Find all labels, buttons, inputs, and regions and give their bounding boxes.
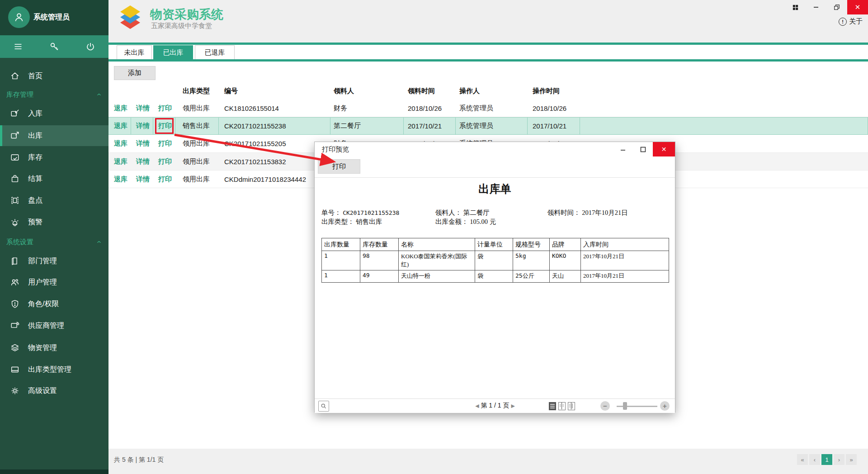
next-page-icon[interactable]: ▶ (511, 403, 514, 408)
sidebar-item-预警[interactable]: 预警 (0, 212, 108, 232)
user-name: 系统管理员 (33, 13, 70, 22)
page-button[interactable]: › (834, 454, 844, 465)
key-search-icon[interactable] (44, 38, 65, 56)
column-header-领料时间: 领料时间 (408, 87, 435, 95)
sidebar-item-部门管理[interactable]: 部门管理 (0, 251, 108, 271)
doc-cell: 袋 (475, 270, 513, 283)
return-link[interactable]: 退库 (108, 171, 131, 188)
print-link[interactable]: 打印 (153, 171, 175, 188)
sidebar-item-角色/权限[interactable]: 角色/权限 (0, 294, 108, 314)
print-preview-dialog: 打印预览 ✕ 打印 出库单 单号： CK20171021155238领料人： 第… (314, 142, 675, 412)
doc-table-row: 149天山特一粉袋25公斤天山2017年10月21日 (322, 270, 669, 283)
doc-cell: 1 (322, 270, 360, 283)
doc-meta-出库类型: 出库类型： 销售出库 (321, 218, 382, 226)
tab-已出库[interactable]: 已出库 (153, 45, 193, 59)
page-title: 物资采购系统 (150, 6, 223, 23)
restore-button[interactable] (826, 0, 847, 14)
sidebar-item-出库类型管理[interactable]: 出库类型管理 (0, 359, 108, 380)
sidebar-item-入库[interactable]: 入库 (0, 103, 108, 124)
dialog-minimize-button[interactable] (613, 142, 633, 156)
section-label: 库存管理 (6, 90, 33, 99)
cell-code: CK20171021155205 (219, 135, 330, 152)
return-link[interactable]: 退库 (108, 153, 131, 170)
detail-link[interactable]: 详情 (131, 171, 153, 188)
avatar[interactable] (8, 6, 30, 28)
zoom-out-icon[interactable]: − (600, 401, 610, 411)
doc-meta-单号: 单号： CK20171021155238 (321, 209, 399, 217)
sidebar-item-库存[interactable]: 库存 (0, 147, 108, 168)
column-header-编号: 编号 (224, 87, 238, 95)
sidebar-item-盘点[interactable]: 盘点 (0, 190, 108, 211)
page-button[interactable]: » (846, 454, 857, 465)
page-button-current[interactable]: 1 (821, 454, 832, 465)
print-link[interactable]: 打印 (153, 135, 175, 152)
sidebar-section-系统设置[interactable]: 系统设置 (6, 237, 102, 247)
cell-type: 领用出库 (175, 171, 219, 188)
sidebar: 系统管理员 首页库存管理入库出库库存结算盘点预警系统设置部门管理用户管理角色/权… (0, 0, 108, 474)
cell-operate-time: 2018/10/26 (528, 100, 580, 117)
doc-column-计量单位: 计量单位 (475, 238, 513, 251)
return-link[interactable]: 退库 (108, 135, 131, 152)
power-icon[interactable] (80, 38, 101, 56)
sidebar-item-出库[interactable]: 出库 (0, 125, 108, 146)
doc-column-品牌: 品牌 (550, 238, 581, 251)
zoom-slider-handle[interactable] (623, 402, 627, 410)
cell-filler (580, 118, 868, 134)
dialog-titlebar[interactable]: 打印预览 ✕ (315, 142, 675, 156)
detail-link[interactable]: 详情 (131, 135, 153, 152)
print-link[interactable]: 打印 (153, 100, 175, 117)
page-subtitle: 五家渠高级中学食堂 (151, 22, 212, 30)
cell-person-time: 2018/10/26 (404, 100, 456, 117)
detail-link[interactable]: 详情 (131, 153, 153, 170)
detail-link[interactable]: 详情 (131, 118, 153, 134)
table-row[interactable]: 退库详情打印领用出库CK181026155014财务2018/10/26系统管理… (108, 100, 868, 117)
sidebar-item-物资管理[interactable]: 物资管理 (0, 337, 108, 358)
magnifier-icon[interactable] (318, 401, 329, 412)
dialog-close-button[interactable]: ✕ (653, 142, 675, 156)
about-button[interactable]: ! 关于 (839, 17, 863, 26)
return-link[interactable]: 退库 (108, 118, 131, 134)
close-button[interactable]: ✕ (847, 0, 868, 14)
print-link[interactable]: 打印 (153, 153, 175, 170)
dialog-maximize-button[interactable] (633, 142, 653, 156)
zoom-in-icon[interactable]: + (660, 401, 670, 411)
dialog-title: 打印预览 (322, 145, 613, 154)
minimize-button[interactable] (806, 0, 826, 14)
table-row[interactable]: 退库详情打印销售出库CK20171021155238第二餐厅2017/10/21… (108, 117, 868, 135)
return-link[interactable]: 退库 (108, 100, 131, 117)
cell-type: 销售出库 (175, 118, 219, 134)
sidebar-item-结算[interactable]: 结算 (0, 168, 108, 189)
sidebar-item-用户管理[interactable]: 用户管理 (0, 272, 108, 293)
app-grid-icon[interactable] (785, 0, 806, 14)
tab-accent-line (108, 59, 868, 62)
sidebar-item-高级设置[interactable]: 高级设置 (0, 380, 108, 401)
cell-code: CK181026155014 (219, 100, 330, 117)
print-button[interactable]: 打印 (318, 159, 360, 174)
sidebar-section-库存管理[interactable]: 库存管理 (6, 90, 102, 100)
detail-link[interactable]: 详情 (131, 100, 153, 117)
sidebar-bottom-strip (0, 469, 108, 474)
header-accent-line (108, 43, 868, 45)
sidebar-item-label: 库存 (28, 153, 42, 162)
page-button[interactable]: « (797, 454, 808, 465)
bag-icon (10, 174, 20, 184)
sidebar-item-label: 角色/权限 (28, 299, 59, 309)
sidebar-item-label: 盘点 (28, 196, 42, 205)
doc-meta-领料时间: 领料时间： 2017年10月21日 (547, 209, 628, 217)
table-header: 出库类型编号领料人领料时间操作人操作时间 (108, 83, 868, 100)
sidebar-item-供应商管理[interactable]: 供应商管理 (0, 315, 108, 336)
prev-page-icon[interactable]: ◀ (475, 403, 479, 408)
tab-未出库[interactable]: 未出库 (117, 45, 152, 59)
add-button[interactable]: 添加 (114, 66, 156, 80)
menu-icon[interactable] (8, 38, 28, 56)
doc-cell: 1 (322, 251, 360, 270)
doc-column-库存数量: 库存数量 (360, 238, 399, 251)
tab-已退库[interactable]: 已退库 (195, 45, 235, 59)
cell-person-time: 2017/10/21 (404, 118, 456, 134)
sidebar-item-首页[interactable]: 首页 (0, 66, 108, 86)
two-page-view-icon[interactable] (558, 402, 566, 410)
continuous-view-icon[interactable] (568, 402, 575, 410)
document-title: 出库单 (315, 182, 675, 196)
single-page-view-icon[interactable] (549, 402, 556, 410)
page-button[interactable]: ‹ (809, 454, 820, 465)
